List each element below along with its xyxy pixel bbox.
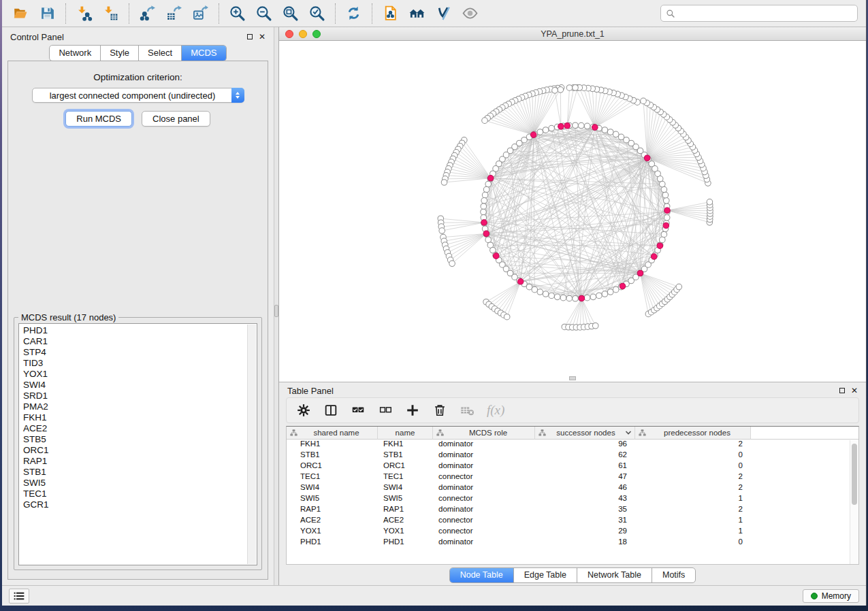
column-header-shared-name[interactable]: shared name — [287, 427, 378, 440]
criterion-select[interactable]: largest connected component (undirected) — [32, 88, 244, 103]
cell-predecessor-nodes: 1 — [635, 516, 751, 527]
cell-name: STB1 — [378, 450, 433, 461]
cell-MCDS-role: dominator — [433, 538, 535, 548]
task-history-button[interactable] — [9, 589, 29, 604]
tab-select[interactable]: Select — [138, 46, 181, 61]
table-row[interactable]: SWI4SWI4dominator462 — [287, 483, 858, 494]
mcds-result-item[interactable]: SWI5 — [23, 478, 246, 489]
mcds-result-item[interactable]: STB1 — [23, 467, 246, 478]
window-maximize-icon[interactable] — [312, 30, 321, 38]
open-file-icon[interactable] — [7, 3, 34, 24]
close-table-panel-icon[interactable]: ✕ — [851, 388, 858, 393]
table-row[interactable]: YOX1YOX1connector291 — [287, 527, 858, 538]
columns-icon[interactable] — [323, 403, 338, 418]
export-network-icon[interactable] — [134, 3, 161, 24]
close-panel-icon[interactable]: ✕ — [259, 34, 266, 39]
cell-predecessor-nodes: 0 — [635, 450, 751, 461]
mcds-result-item[interactable]: SWI4 — [23, 380, 246, 391]
scrollbar-thumb[interactable] — [852, 444, 857, 505]
mcds-result-item[interactable]: TEC1 — [23, 489, 246, 499]
export-table-icon[interactable] — [161, 3, 187, 24]
mcds-result-item[interactable]: PMA2 — [23, 401, 246, 412]
sitemap-icon — [436, 429, 445, 437]
share-document-icon[interactable] — [377, 3, 404, 24]
float-table-panel-icon[interactable] — [839, 388, 845, 393]
table-row[interactable]: STB1STB1dominator620 — [287, 450, 858, 461]
table-row[interactable]: TEC1TEC1connector472 — [287, 472, 858, 483]
cell-shared-name: YOX1 — [287, 527, 378, 538]
export-image-icon[interactable] — [187, 3, 214, 24]
table-tab-network-table[interactable]: Network Table — [577, 568, 652, 582]
table-scrollbar[interactable] — [850, 440, 858, 564]
sitemap-icon — [638, 429, 647, 437]
refresh-icon[interactable] — [340, 3, 367, 24]
deselect-all-icon[interactable] — [378, 403, 393, 418]
hide-selected-icon[interactable] — [430, 3, 457, 24]
cell-MCDS-role: dominator — [433, 505, 535, 516]
window-close-icon[interactable] — [285, 30, 293, 38]
table-tab-edge-table[interactable]: Edge Table — [513, 568, 577, 582]
tab-network[interactable]: Network — [50, 46, 100, 61]
select-all-icon[interactable] — [351, 403, 366, 418]
mcds-result-item[interactable]: RAP1 — [23, 456, 246, 467]
column-header-MCDS-role[interactable]: MCDS role — [433, 427, 535, 440]
memory-button[interactable]: Memory — [803, 589, 859, 603]
column-header-predecessor-nodes[interactable]: predecessor nodes — [635, 427, 751, 440]
mcds-result-item[interactable]: STB5 — [23, 434, 246, 445]
window-minimize-icon[interactable] — [299, 30, 307, 38]
network-graph[interactable] — [279, 41, 866, 382]
network-canvas[interactable] — [279, 41, 866, 382]
settings-icon[interactable] — [296, 403, 311, 418]
table-tab-node-table[interactable]: Node Table — [450, 568, 513, 582]
mcds-result-list[interactable]: PHD1CAR1STP4TID3YOX1SWI4SRD1PMA2FKH1ACE2… — [18, 323, 257, 565]
table-row[interactable]: ACE2ACE2connector311 — [287, 516, 858, 527]
mcds-result-item[interactable]: GCR1 — [23, 499, 246, 510]
import-network-icon[interactable] — [71, 3, 97, 24]
save-icon[interactable] — [34, 3, 61, 24]
cell-successor-nodes: 31 — [535, 516, 635, 527]
close-panel-button[interactable]: Close panel — [142, 111, 210, 127]
mcds-result-item[interactable]: SRD1 — [23, 391, 246, 401]
search-input[interactable] — [679, 6, 857, 20]
mcds-result-item[interactable]: PHD1 — [23, 325, 246, 336]
mcds-result-item[interactable]: YOX1 — [23, 369, 246, 380]
table-row[interactable]: RAP1RAP1dominator352 — [287, 505, 858, 516]
add-column-icon[interactable] — [405, 403, 420, 418]
zoom-in-icon[interactable] — [224, 3, 251, 24]
cell-shared-name: ORC1 — [287, 461, 378, 472]
splitter-handle[interactable] — [274, 305, 278, 317]
table-tab-motifs[interactable]: Motifs — [652, 568, 695, 582]
table-row[interactable]: SWI5SWI5connector431 — [287, 494, 858, 505]
search-icon — [666, 9, 675, 18]
cell-MCDS-role: dominator — [433, 461, 535, 472]
toolbar-separator — [335, 3, 336, 24]
home-icon[interactable] — [404, 3, 430, 24]
delete-column-icon[interactable] — [432, 403, 447, 418]
tab-mcds[interactable]: MCDS — [181, 46, 225, 61]
criterion-value: largest connected component (undirected) — [33, 90, 244, 101]
zoom-selected-icon[interactable] — [304, 3, 330, 24]
list-scrollbar[interactable] — [247, 325, 256, 564]
zoom-out-icon[interactable] — [251, 3, 277, 24]
cell-name: TEC1 — [378, 472, 433, 483]
run-mcds-button[interactable]: Run MCDS — [65, 111, 132, 127]
import-table-icon[interactable] — [97, 3, 124, 24]
table-row[interactable]: PHD1PHD1dominator180 — [287, 538, 858, 548]
toolbar-separator — [219, 3, 219, 24]
vertical-splitter[interactable] — [274, 27, 279, 585]
mcds-result-item[interactable]: STP4 — [23, 347, 246, 358]
table-row[interactable]: FKH1FKH1dominator962 — [287, 440, 858, 450]
float-panel-icon[interactable] — [247, 34, 253, 39]
mcds-result-item[interactable]: CAR1 — [23, 336, 246, 347]
mcds-result-item[interactable]: ORC1 — [23, 445, 246, 456]
toolbar-separator — [372, 3, 372, 24]
zoom-fit-icon[interactable] — [277, 3, 304, 24]
table-row[interactable]: ORC1ORC1dominator610 — [287, 461, 858, 472]
column-header-name[interactable]: name — [378, 427, 433, 440]
mcds-result-item[interactable]: ACE2 — [23, 423, 246, 434]
mcds-result-item[interactable]: TID3 — [23, 358, 246, 369]
horizontal-splitter-handle[interactable] — [569, 376, 576, 380]
column-header-successor-nodes[interactable]: successor nodes — [535, 427, 635, 440]
mcds-result-item[interactable]: FKH1 — [23, 412, 246, 423]
tab-style[interactable]: Style — [100, 46, 138, 61]
